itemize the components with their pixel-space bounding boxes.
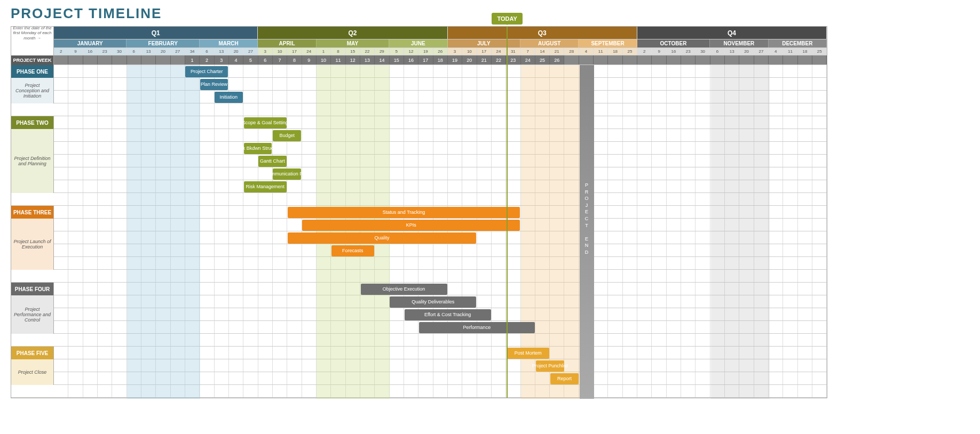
day-header: 1 [317,48,331,55]
gantt-chart: Enter the date of the first Monday of ea… [11,26,827,398]
day-header: 3 [448,48,462,55]
week-number [127,55,141,65]
day-header: 13 [725,48,739,55]
day-header: 27 [243,48,258,55]
gantt-bar[interactable]: Risk Management [244,181,287,192]
week-number [812,55,827,65]
week-number: 17 [418,55,433,65]
day-header: 24 [302,48,317,55]
day-header: 3 [258,48,273,55]
week-number: 8 [287,55,302,65]
day-header: 27 [171,48,185,55]
day-header: 9 [68,48,83,55]
day-header: 15 [346,48,360,55]
day-header: 16 [83,48,98,55]
day-header: 8 [331,48,345,55]
week-number [667,55,681,65]
quarter-header: Q4 [637,27,827,39]
day-header: 20 [156,48,170,55]
gantt-bar[interactable]: Report [550,373,579,384]
gantt-bar[interactable]: Plan Review [200,79,228,90]
day-header: 6 [127,48,141,55]
week-number [681,55,696,65]
day-header: 7 [521,48,535,55]
week-number: 11 [331,55,345,65]
day-header: 28 [564,48,579,55]
week-number [739,55,754,65]
day-header: 17 [477,48,492,55]
day-header: 22 [360,48,375,55]
gantt-bar[interactable]: Project Charter [185,66,228,77]
gantt-bar[interactable]: Post Mortem [507,348,549,359]
gantt-bar[interactable]: Status and Tracking [288,207,520,218]
date-hint: Enter the date of the first Monday of ea… [11,26,53,41]
week-number: 12 [346,55,360,65]
week-number: 15 [390,55,404,65]
day-header: 9 [652,48,666,55]
gantt-bar[interactable]: Gantt Chart [258,156,287,167]
day-header: 30 [696,48,710,55]
week-number: 19 [448,55,462,65]
week-number: 26 [550,55,564,65]
week-number [652,55,666,65]
day-header: 19 [418,48,433,55]
day-header: 17 [287,48,302,55]
day-header: 2 [54,48,68,55]
gantt-bar[interactable]: Communication Plan [273,168,301,180]
week-number: 23 [506,55,520,65]
day-header: 31 [506,48,520,55]
gantt-bar[interactable]: KPIs [302,220,520,231]
month-header: APRIL [258,39,316,47]
week-number [156,55,170,65]
month-header: FEBRUARY [127,39,199,47]
gantt-bar[interactable]: Effort & Cost Tracking [405,309,491,320]
day-header: 20 [739,48,754,55]
month-header: OCTOBER [637,39,710,47]
phase-desc: Project Launch of Execution [11,219,54,270]
quarter-header: Q2 [258,27,447,39]
day-header: 10 [462,48,477,55]
day-header: 29 [375,48,389,55]
week-number: 10 [317,55,331,65]
day-header: 14 [535,48,550,55]
gantt-bar[interactable]: Quality Deliverables [390,296,476,308]
week-number: 24 [521,55,535,65]
day-header: 5 [390,48,404,55]
phase-header: PHASE FOUR [11,283,54,295]
day-header: 20 [229,48,243,55]
gantt-bar[interactable]: Project Punchlist [536,360,564,372]
project-week-label: PROJECT WEEK [11,55,54,65]
gantt-bar[interactable]: Initiation [215,92,243,103]
week-number: 5 [243,55,258,65]
day-header: 6 [200,48,214,55]
day-header: 6 [710,48,725,55]
week-number [68,55,83,65]
week-number [564,55,579,65]
week-number [798,55,812,65]
week-number: 20 [462,55,477,65]
gantt-bar[interactable]: Forecasts [331,245,374,256]
quarter-header: Q1 [54,27,258,39]
month-header: JULY [448,39,520,47]
month-header: MARCH [200,39,258,47]
week-number [623,55,637,65]
week-number: 21 [477,55,492,65]
week-number: 6 [258,55,273,65]
gantt-bar[interactable]: Budget [273,130,301,141]
day-header: 4 [579,48,594,55]
week-number: 2 [200,55,214,65]
day-header: 34 [185,48,200,55]
gantt-bar[interactable]: Performance [419,322,535,333]
week-number [769,55,783,65]
week-number [112,55,127,65]
month-header: SEPTEMBER [579,39,637,47]
phase-desc: Project Close [11,359,54,385]
month-header: DECEMBER [769,39,827,47]
month-header: JANUARY [54,39,127,47]
gantt-bar[interactable]: Quality [288,232,477,244]
gantt-bar[interactable]: Work Bkdwn Structure [244,143,272,154]
gantt-bar[interactable]: Objective Execution [361,284,447,295]
day-header: 25 [812,48,827,55]
gantt-bar[interactable]: Scope & Goal Setting [244,117,287,128]
phase-desc: Project Definition and Planning [11,129,54,193]
